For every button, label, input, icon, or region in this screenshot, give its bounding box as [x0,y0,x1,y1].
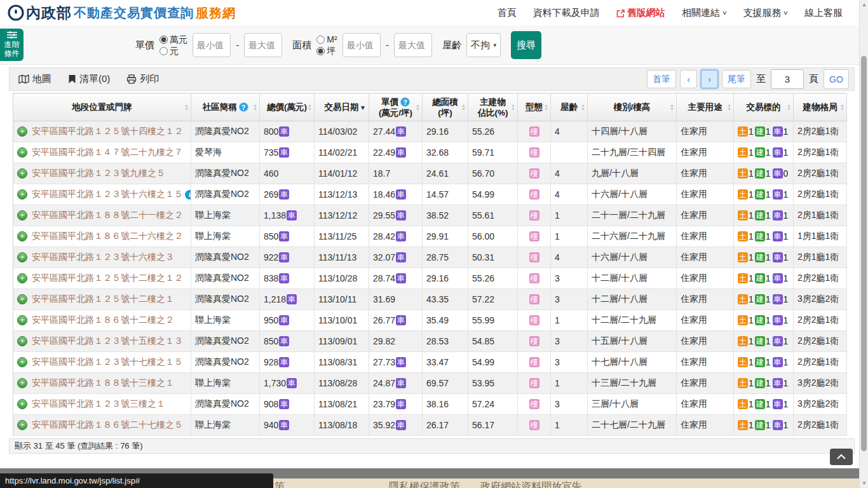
column-header-6[interactable]: 總面積(坪)▲▼ [423,93,468,121]
table-row[interactable]: +安平區國平北路１２５號十二樓之１２潤隆真愛NO2838車113/10/2828… [13,268,847,289]
column-header-11[interactable]: 主要用途▲▼ [677,93,734,121]
nav-item-6[interactable]: 線上客服 [804,7,843,19]
column-header-2[interactable]: 社區簡稱?▲▼ [191,93,260,121]
address-link[interactable]: 安平區國平北路１８６號十二樓之２ [32,315,174,325]
column-header-12[interactable]: 交易標的▲▼ [734,93,794,121]
radio-m2[interactable] [316,36,325,44]
page-scrollbar[interactable]: ▲ ▼ [859,0,868,488]
table-row[interactable]: +安平區國平北路１４７號二十九樓之７愛琴海735車114/02/2122.49車… [13,142,847,163]
address-link[interactable]: 安平區國平北路１２５號十二樓之１２ [32,273,183,283]
sort-icon[interactable]: ▲▼ [787,104,791,111]
expand-plus-icon[interactable]: + [17,168,27,179]
column-header-3[interactable]: 總價(萬元)▲▼ [260,93,315,121]
sort-icon[interactable]: ▲▼ [727,104,731,111]
column-header-4[interactable]: 交易日期▼ [315,93,369,121]
nav-item-1[interactable]: 首頁 [498,7,517,19]
expand-plus-icon[interactable]: + [17,147,27,158]
advanced-filter-button[interactable]: 進階條件 [0,29,24,61]
table-row[interactable]: +安平區國平北路１２５號十四樓之１２潤隆真愛NO2800車114/03/0227… [13,121,847,142]
table-row[interactable]: +安平區國平北路１２３號九樓之５潤隆真愛NO2460114/01/1218.72… [13,163,847,184]
nav-item-4[interactable]: 相關連結∨ [682,7,727,19]
sort-icon[interactable]: ▲▼ [461,104,466,111]
sort-icon[interactable]: ▲▼ [670,104,674,111]
unit-price-max-input[interactable] [244,33,282,57]
site-logo[interactable]: 內政部 不動產交易實價查詢 服務網 [8,3,236,23]
address-link[interactable]: 安平區國平北路１２５號十四樓之１２ [32,126,183,136]
footer-link-2[interactable]: 隱私權保護政策 [389,480,460,488]
table-row[interactable]: +安平區國平北路１８６號二十六樓之２聯上海棠850車113/11/2528.42… [13,226,847,247]
address-link[interactable]: 安平區國平北路１２５號十二樓之１ [32,294,174,304]
table-row[interactable]: +安平區國平北路１２３號三樓之１潤隆真愛NO2908車113/08/2123.7… [13,394,847,415]
expand-plus-icon[interactable]: + [17,210,27,220]
last-page-button[interactable]: 尾筆 [722,70,751,88]
first-page-button[interactable]: 首筆 [647,70,676,88]
column-header-13[interactable]: 建物格局▲▼ [794,93,847,121]
column-header-5[interactable]: 單價?(萬元/坪)▲▼ [369,93,423,121]
info-icon[interactable]: i [185,190,191,200]
nav-item-5[interactable]: 支援服務∨ [743,7,788,19]
expand-plus-icon[interactable]: + [17,252,27,262]
area-option-m2[interactable]: M² [316,34,337,45]
expand-plus-icon[interactable]: + [17,336,27,346]
sort-icon[interactable]: ▲▼ [184,104,189,111]
go-button[interactable]: GO [824,69,849,89]
table-row[interactable]: +安平區國平北路１２３號十五樓之１３潤隆真愛NO2850車113/09/0129… [13,331,847,352]
table-row[interactable]: +安平區國平北路１２３號十六樓之３潤隆真愛NO2922車113/11/1332.… [13,247,847,268]
radio-yuan[interactable] [159,47,168,55]
address-link[interactable]: 安平區國平北路１８６號二十六樓之２ [32,231,183,241]
sort-icon[interactable]: ▲▼ [511,104,515,111]
area-max-input[interactable] [394,33,432,57]
expand-plus-icon[interactable]: + [17,294,27,304]
sort-icon[interactable]: ▲▼ [253,104,257,111]
expand-plus-icon[interactable]: + [17,420,27,430]
sort-icon[interactable]: ▲▼ [840,104,844,111]
expand-plus-icon[interactable]: + [17,126,27,137]
column-header-10[interactable]: 樓別/樓高▲▼ [588,93,677,121]
expand-plus-icon[interactable]: + [17,189,27,200]
address-link[interactable]: 安平區國平北路１８８號二十一樓之２ [32,210,183,220]
expand-plus-icon[interactable]: + [17,378,27,388]
nav-item-2[interactable]: 資料下載及申請 [533,7,600,19]
area-min-input[interactable] [342,33,381,57]
next-page-button[interactable]: › [701,70,718,88]
expand-plus-icon[interactable]: + [17,399,27,409]
table-row[interactable]: +安平區國平北路１８６號十二樓之２聯上海棠950車113/10/0126.77車… [13,310,847,331]
scrollbar-thumb[interactable] [861,56,867,451]
scroll-to-top-button[interactable] [830,449,853,465]
prev-page-button[interactable]: ‹ [680,70,697,88]
column-header-9[interactable]: 屋齡▲▼ [551,93,588,121]
table-row[interactable]: +安平區國平北路１２３號十六樓之１５i潤隆真愛NO2269車113/12/131… [13,184,847,205]
sort-desc-icon[interactable]: ▼ [360,104,366,111]
help-icon[interactable]: ? [239,102,248,112]
expand-plus-icon[interactable]: + [17,315,27,325]
sort-icon[interactable]: ▲▼ [416,104,420,111]
column-header-1[interactable]: 地段位置或門牌▲▼ [13,93,191,121]
address-link[interactable]: 安平區國平北路１８６號二十七樓之５ [32,419,183,430]
saved-list-button[interactable]: 清單(0) [68,73,110,85]
page-number-input[interactable] [771,69,804,89]
address-link[interactable]: 安平區國平北路１２３號十六樓之１５ [32,189,183,199]
map-view-button[interactable]: 地圖 [18,73,51,85]
address-link[interactable]: 安平區國平北路１２３號三樓之１ [32,398,165,409]
table-row[interactable]: +安平區國平北路１８８號十三樓之１聯上海棠1,730車113/08/2824.8… [13,373,847,394]
area-option-ping[interactable]: 坪 [316,46,337,57]
radio-ping[interactable] [316,47,325,55]
address-link[interactable]: 安平區國平北路１４７號二十九樓之７ [32,147,183,157]
sort-icon[interactable]: ▲▼ [308,104,312,111]
column-header-7[interactable]: 主建物佔比(%)▲▼ [468,93,518,121]
age-select[interactable]: 不拘 ▾ [466,33,501,57]
table-row[interactable]: +安平區國平北路１８６號二十七樓之５聯上海棠940車113/08/1835.92… [13,415,847,436]
address-link[interactable]: 安平區國平北路１２３號十五樓之１３ [32,336,183,346]
scrollbar-down-arrow[interactable]: ▼ [860,480,868,486]
expand-plus-icon[interactable]: + [17,231,27,241]
footer-link-3[interactable]: 政府網站資料開放宣告 [480,480,582,488]
sort-icon[interactable]: ▲▼ [581,104,585,111]
nav-item-3[interactable]: 舊版網站 [616,7,665,19]
table-row[interactable]: +安平區國平北路１２３號十七樓之１５潤隆真愛NO2928車113/08/3127… [13,352,847,373]
table-row[interactable]: +安平區國平北路１２５號十二樓之１潤隆真愛NO21,218車113/10/113… [13,289,847,310]
expand-plus-icon[interactable]: + [17,357,27,367]
sort-icon[interactable]: ▲▼ [544,104,548,111]
print-button[interactable]: 列印 [126,73,159,85]
search-button[interactable]: 搜尋 [511,31,541,59]
table-row[interactable]: +安平區國平北路１８８號二十一樓之２聯上海棠1,138車113/12/1229.… [13,205,847,226]
